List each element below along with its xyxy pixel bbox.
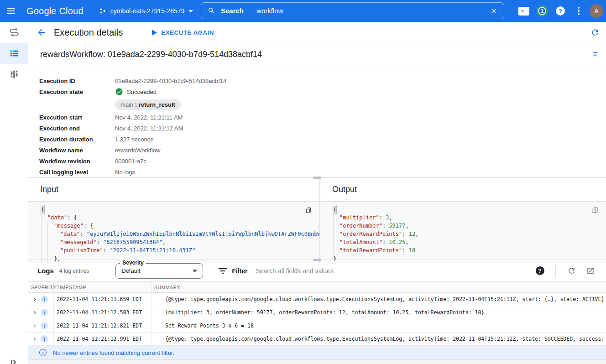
log-severity-cell: i: [28, 319, 54, 332]
severity-select[interactable]: Severity Default: [115, 263, 203, 279]
detail-label: Execution state: [39, 88, 115, 95]
notification-count-badge: 1: [537, 5, 548, 16]
indent-guide: [41, 246, 47, 255]
logs-toolbar-actions: ?: [532, 263, 599, 279]
expand-chevron-icon[interactable]: [32, 337, 37, 342]
indent-guide: [54, 238, 60, 246]
detail-label: Call logging level: [39, 169, 115, 176]
json-line: "totalAmount": 10.25,: [333, 238, 602, 246]
logs-section: Logs 4 log entries Severity Default Filt…: [28, 260, 606, 364]
project-caret-icon: [188, 10, 193, 12]
input-panel: Input {"data": {"message": {"data": "eyJ…: [28, 178, 319, 263]
left-rail: [0, 22, 28, 364]
json-line: "multiplier": 3,: [333, 213, 602, 222]
main-content: Execution details EXECUTE AGAIN rewardsW…: [28, 22, 606, 364]
rail-item-workflows[interactable]: [0, 22, 28, 43]
step-badge[interactable]: main : return_result: [115, 99, 181, 110]
output-header: Output: [320, 178, 606, 202]
page-header: Execution details EXECUTE AGAIN: [28, 22, 606, 43]
collapse-icon[interactable]: [591, 51, 599, 58]
step-name: : return_result: [133, 101, 175, 108]
refresh-icon[interactable]: [590, 28, 600, 37]
more-options-icon[interactable]: [569, 0, 588, 22]
log-summary: {multiplier: 3, orderNumber: 59177, orde…: [152, 306, 606, 319]
detail-label: Execution start: [39, 114, 115, 121]
hamburger-menu-icon[interactable]: [0, 0, 22, 22]
log-filter-input[interactable]: [256, 267, 447, 275]
filter-group: Filter: [219, 267, 247, 275]
search-query-text[interactable]: workflow: [256, 7, 283, 15]
back-arrow-icon[interactable]: [37, 27, 47, 37]
log-summary: Set Reward Points 3 x 6 = 18: [152, 319, 606, 332]
rail-item-executions[interactable]: [0, 43, 28, 64]
resize-handle-top[interactable]: [313, 177, 321, 179]
logs-footer-banner: i No newer entries found matching curren…: [28, 346, 606, 359]
open-in-new-icon[interactable]: [582, 263, 599, 279]
info-outline-icon: i: [39, 349, 47, 356]
logs-footer-text: No newer entries found matching current …: [53, 349, 174, 356]
indent-guide: [47, 246, 54, 255]
indent-guide: [41, 238, 47, 246]
play-icon: [152, 30, 157, 36]
input-header: Input: [28, 178, 319, 202]
info-severity-icon: i: [41, 322, 48, 329]
log-row[interactable]: i2022-11-04 11:21:12.583 EDT{multiplier:…: [28, 306, 606, 319]
logs-title: Logs: [37, 267, 54, 275]
detail-row: Execution startNov 4, 2022, 11:21:11 AM: [39, 112, 606, 123]
project-name: cymbal-eats-27915-28579: [110, 7, 185, 15]
json-line: "data": "eyJuYW1lIjoiQW5nZWxhIEplbnNlbiI…: [41, 230, 316, 238]
copy-output-icon[interactable]: [591, 206, 599, 214]
copy-input-icon[interactable]: [305, 206, 312, 214]
indent-guide: [41, 222, 47, 230]
execute-again-button[interactable]: EXECUTE AGAIN: [152, 29, 214, 36]
cloud-shell-icon[interactable]: >_: [515, 0, 533, 22]
hamburger-bars: [7, 6, 15, 16]
notifications-button[interactable]: 1: [533, 0, 551, 22]
log-row[interactable]: i2022-11-04 11:21:12.821 EDTSet Reward P…: [28, 319, 606, 333]
filter-icon: [219, 268, 227, 274]
indent-guide: [333, 222, 340, 230]
log-row[interactable]: i2022-11-04 11:21:11.659 EDT{@type: type…: [28, 293, 606, 306]
avatar[interactable]: A: [590, 4, 603, 18]
toolbar-divider: [555, 265, 556, 277]
help-icon[interactable]: ?: [551, 0, 569, 22]
info-severity-icon: i: [41, 335, 48, 343]
detail-value: No logs: [115, 169, 135, 176]
log-timestamp: 2022-11-04 11:21:11.659 EDT: [54, 293, 152, 306]
indent-guide: [333, 246, 340, 255]
metrics-icon: [9, 69, 19, 79]
bottom-strip: [28, 359, 606, 364]
indent-guide: [54, 246, 60, 255]
rail-item-metrics[interactable]: [0, 64, 28, 85]
project-selector[interactable]: cymbal-eats-27915-28579: [99, 7, 193, 15]
resize-handle-logs[interactable]: [313, 259, 321, 261]
expand-chevron-icon[interactable]: [32, 323, 37, 328]
logs-toolbar: Logs 4 log entries Severity Default Filt…: [28, 260, 606, 281]
expand-chevron-icon[interactable]: [32, 297, 37, 302]
json-line: "orderNumber": 59177,: [333, 222, 602, 230]
detail-value: Nov 4, 2022, 11:21:12 AM: [115, 125, 183, 132]
clear-search-icon[interactable]: [490, 7, 497, 15]
log-severity-cell: i: [28, 306, 54, 319]
state-text: Succeeded: [127, 88, 157, 95]
indent-guide: [47, 222, 54, 230]
log-row[interactable]: i2022-11-04 11:21:12.991 EDT{@type: type…: [28, 333, 606, 346]
detail-row: Execution stateSucceeded: [39, 86, 606, 97]
execution-title: rewardsWorkflow: 01e9ada2-2299-4030-b7d9…: [40, 50, 262, 59]
log-col-header: SUMMARY: [152, 282, 606, 292]
info-severity-icon: i: [41, 309, 48, 316]
logs-help-icon[interactable]: ?: [532, 263, 548, 279]
search-bar[interactable]: Search workflow: [201, 2, 504, 19]
log-table-header: SEVERITYTIMESTAMPSUMMARY: [28, 281, 606, 293]
log-severity-cell: i: [28, 333, 54, 345]
log-timestamp: 2022-11-04 11:21:12.583 EDT: [54, 306, 152, 319]
execute-again-label: EXECUTE AGAIN: [161, 29, 214, 36]
expand-panel-icon[interactable]: [10, 358, 18, 364]
output-json-viewer[interactable]: {"multiplier": 3,"orderNumber": 59177,"o…: [320, 202, 606, 263]
info-severity-icon: i: [41, 296, 48, 303]
expand-chevron-icon[interactable]: [32, 310, 37, 315]
search-icon: [208, 7, 215, 15]
google-cloud-logo[interactable]: Google Cloud: [26, 6, 84, 16]
input-json-viewer[interactable]: {"data": {"message": {"data": "eyJuYW1lI…: [28, 202, 319, 263]
logs-refresh-icon[interactable]: [563, 263, 580, 279]
